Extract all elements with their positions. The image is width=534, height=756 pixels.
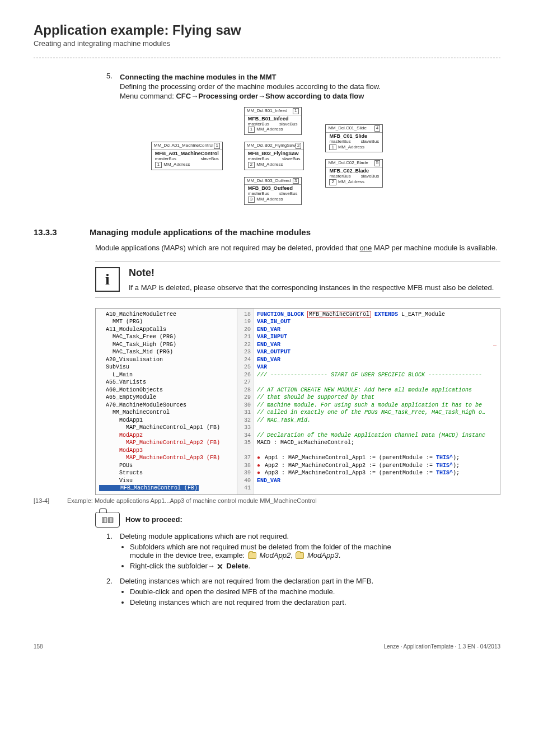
tree-item[interactable]: ModApp2 — [99, 432, 233, 440]
project-tree[interactable]: A10_MachineModuleTree MMT (PRG) A11_Modu… — [96, 309, 237, 494]
tree-item[interactable]: SubVisu — [99, 363, 233, 371]
bullet: Right-click the subfolder→ Delete. — [130, 562, 500, 570]
step-5: 5. Connecting the machine modules in the… — [106, 72, 500, 101]
tree-item[interactable]: ModApp3 — [99, 447, 233, 455]
proc-step-1: 1. Deleting module applications which ar… — [106, 532, 500, 573]
tree-item[interactable]: POUs — [99, 462, 233, 470]
figure-caption: [13-4]Example: Module applications App1.… — [34, 497, 500, 504]
step-title: Connecting the machine modules in the MM… — [120, 73, 500, 81]
tree-item[interactable]: A65_EmptyModule — [99, 394, 233, 402]
tree-item[interactable]: A11_ModuleAppCalls — [99, 326, 233, 334]
tree-item[interactable]: Structs — [99, 469, 233, 477]
diagram-block: MM_Dcl.B02_FlyingSaw2MFB_B02_FlyingSawma… — [244, 142, 305, 170]
tree-item[interactable]: ModApp1 — [99, 417, 233, 424]
bullet: Double-click and open the desired MFB of… — [130, 587, 500, 596]
footer: 158 Lenze · ApplicationTemplate · 1.3 EN… — [34, 643, 500, 650]
tree-item[interactable]: MAP_MachineControl_App2 (FB) — [99, 439, 233, 447]
tree-item[interactable]: A70_MachineModuleSources — [99, 402, 233, 409]
tree-item[interactable]: MMT (PRG) — [99, 318, 233, 326]
mmt-diagram: MM_Dcl.A01_MachineControl1MFB_A01_Machin… — [34, 107, 500, 205]
tree-item[interactable]: A10_MachineModuleTree — [99, 311, 233, 319]
page-number: 158 — [34, 643, 43, 650]
folder-icon — [296, 552, 304, 559]
tree-item[interactable]: MAC_Task_Free (PRG) — [99, 333, 233, 341]
diagram-block: MM_Dcl.A01_MachineControl1MFB_A01_Machin… — [151, 142, 223, 170]
section-title: Managing module applications of the mach… — [90, 227, 311, 237]
bullet: Subfolders which are not required must b… — [130, 543, 500, 559]
code-body: FUNCTION_BLOCK MFB_MachineControl EXTEND… — [254, 309, 500, 494]
info-icon: i — [95, 267, 120, 292]
tree-item[interactable]: MAC_Task_Mid (PRG) — [99, 348, 233, 356]
section-number: 13.3.3 — [34, 227, 78, 237]
folder-icon — [248, 552, 256, 559]
note-box: i Note! If a MAP is deleted, please obse… — [95, 261, 500, 298]
proc-step-2: 2. Deleting instances which are not requ… — [106, 577, 500, 610]
step-number: 5. — [106, 72, 120, 80]
tree-item[interactable]: MFB_MachineControl (FB) — [99, 484, 233, 492]
tree-item[interactable]: A55_VarLists — [99, 379, 233, 386]
page-subtitle: Creating and integrating machine modules — [34, 39, 500, 48]
tree-item[interactable]: L_Main — [99, 371, 233, 379]
diagram-block: MM_Dcl.C01_Slide4MFB_C01_SlidemasterBuss… — [325, 124, 383, 152]
page-title: Application example: Flying saw — [34, 22, 500, 38]
note-title: Note! — [129, 267, 500, 279]
line-numbers: 181920212223242526272829303132333435 373… — [237, 309, 254, 494]
bullet: Deleting instances which are not require… — [130, 598, 500, 606]
divider — [34, 58, 500, 58]
diagram-block: MM_Dcl.C02_Blade5MFB_C02_BlademasterBuss… — [325, 159, 383, 187]
tree-item[interactable]: MAP_MachineControl_App1 (FB) — [99, 424, 233, 432]
note-body: If a MAP is deleted, please observe that… — [129, 283, 500, 292]
step-line: Defining the processing order of the mac… — [120, 82, 500, 91]
section-body: Module applications (MAPs) which are not… — [95, 244, 500, 252]
proceed-icon: ▥▥ — [95, 512, 120, 528]
tree-item[interactable]: A60_MotionObjects — [99, 386, 233, 394]
tree-item[interactable]: MAP_MachineControl_App3 (FB) — [99, 454, 233, 462]
how-to-proceed: ▥▥ How to proceed: — [95, 512, 500, 528]
delete-icon — [217, 563, 223, 570]
tree-item[interactable]: MM_MachineControl — [99, 409, 233, 417]
tree-item[interactable]: MAC_Task_High (PRG) — [99, 341, 233, 349]
diagram-block: MM_Dcl.B03_Outfeed3MFB_B03_Outfeedmaster… — [244, 177, 302, 205]
step-line: Menu command: CFC→Processing order→Show … — [120, 92, 500, 100]
tree-item[interactable]: Visu — [99, 477, 233, 485]
tree-item[interactable]: A20_Visualisation — [99, 356, 233, 364]
footer-meta: Lenze · ApplicationTemplate · 1.3 EN - 0… — [384, 643, 500, 650]
diagram-block: MM_Dcl.B01_Infeed1MFB_B01_InfeedmasterBu… — [244, 107, 302, 135]
code-screenshot: A10_MachineModuleTree MMT (PRG) A11_Modu… — [95, 308, 500, 495]
